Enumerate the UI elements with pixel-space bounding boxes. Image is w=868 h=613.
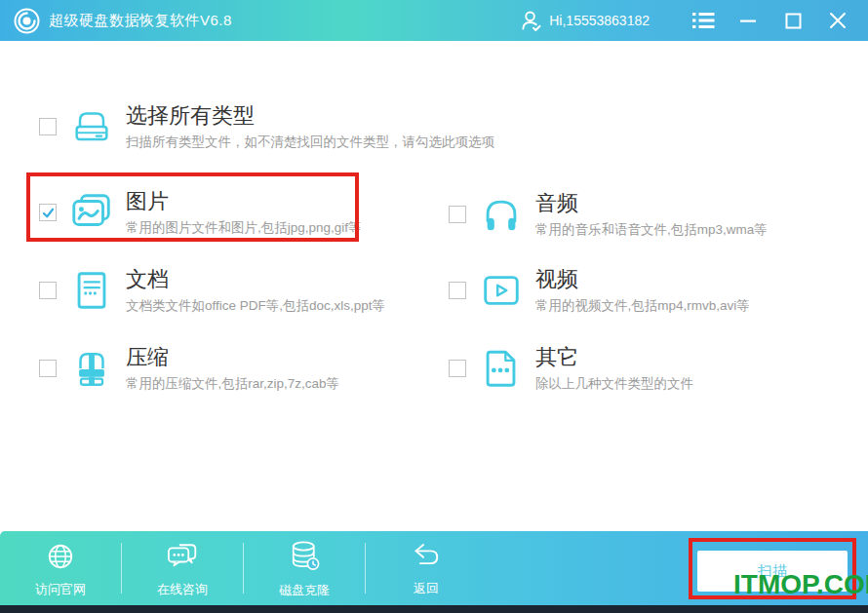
type-subtitle-all: 扫描所有类型文件，如不清楚找回的文件类型，请勾选此项选项 bbox=[126, 134, 494, 151]
toolbar-item-support[interactable]: 在线咨询 bbox=[122, 531, 243, 605]
type-title-image: 图片 bbox=[126, 189, 362, 214]
toolbar-group: 访问官网 在线咨询 bbox=[0, 531, 487, 605]
app-title: 超级硬盘数据恢复软件V6.8 bbox=[49, 12, 232, 30]
type-subtitle-archive: 常用的压缩文件,包括rar,zip,7z,cab等 bbox=[126, 375, 339, 393]
user-account[interactable]: Hi,15553863182 bbox=[521, 10, 650, 32]
chat-icon bbox=[164, 539, 201, 574]
back-arrow-icon bbox=[409, 540, 444, 573]
type-title-other: 其它 bbox=[535, 345, 693, 370]
toolbar-item-website[interactable]: 访问官网 bbox=[0, 531, 121, 605]
type-row-audio[interactable]: 音频 常用的音乐和语音文件,包括mp3,wma等 bbox=[449, 187, 768, 242]
type-title-audio: 音频 bbox=[535, 191, 768, 216]
toolbar-label-back: 返回 bbox=[414, 580, 439, 597]
maximize-button[interactable] bbox=[776, 6, 809, 35]
type-row-other[interactable]: 其它 除以上几种文件类型的文件 bbox=[449, 341, 693, 396]
user-greeting: Hi,15553863182 bbox=[549, 13, 650, 28]
minimize-button[interactable] bbox=[731, 6, 765, 35]
maximize-icon bbox=[785, 13, 802, 29]
headphones-icon bbox=[479, 192, 524, 237]
hard-drive-icon bbox=[69, 104, 114, 149]
app-window: 超级硬盘数据恢复软件V6.8 Hi,15553863182 bbox=[0, 0, 868, 613]
type-row-video[interactable]: 视频 常用的视频文件,包括mp4,rmvb,avi等 bbox=[449, 263, 750, 318]
bottom-dark-strip bbox=[0, 605, 868, 613]
minimize-icon bbox=[739, 12, 757, 29]
type-title-document: 文档 bbox=[126, 267, 385, 292]
title-bar: 超级硬盘数据恢复软件V6.8 Hi,15553863182 bbox=[0, 0, 868, 41]
app-logo-icon bbox=[14, 8, 40, 34]
type-row-archive[interactable]: 压缩 常用的压缩文件,包括rar,zip,7z,cab等 bbox=[39, 341, 339, 396]
checkbox-archive[interactable] bbox=[39, 360, 57, 377]
user-icon bbox=[521, 10, 541, 32]
toolbar-label-website: 访问官网 bbox=[35, 581, 86, 598]
type-row-all[interactable]: 选择所有类型 扫描所有类型文件，如不清楚找回的文件类型，请勾选此项选项 bbox=[39, 99, 494, 154]
checkbox-image[interactable] bbox=[39, 204, 57, 221]
close-button[interactable] bbox=[821, 6, 854, 35]
archive-icon bbox=[69, 346, 114, 391]
checkbox-audio[interactable] bbox=[449, 206, 466, 223]
toolbar-item-back[interactable]: 返回 bbox=[366, 531, 487, 605]
type-subtitle-audio: 常用的音乐和语音文件,包括mp3,wma等 bbox=[535, 221, 768, 239]
menu-list-icon bbox=[692, 12, 715, 29]
disk-clone-icon bbox=[287, 538, 322, 575]
checkbox-document[interactable] bbox=[39, 282, 57, 299]
type-subtitle-image: 常用的图片文件和图片,包括jpg,png,gif等 bbox=[126, 219, 362, 237]
file-type-panel: 选择所有类型 扫描所有类型文件，如不清楚找回的文件类型，请勾选此项选项 图片 常… bbox=[0, 41, 868, 531]
type-row-image[interactable]: 图片 常用的图片文件和图片,包括jpg,png,gif等 bbox=[39, 185, 362, 240]
toolbar-label-support: 在线咨询 bbox=[157, 581, 208, 598]
globe-icon bbox=[43, 539, 78, 574]
type-subtitle-video: 常用的视频文件,包括mp4,rmvb,avi等 bbox=[535, 297, 750, 315]
toolbar-label-disk-clone: 磁盘克隆 bbox=[279, 582, 330, 599]
type-title-archive: 压缩 bbox=[126, 345, 339, 370]
type-title-all: 选择所有类型 bbox=[126, 103, 494, 129]
watermark-text: ITMOP.COM bbox=[733, 570, 868, 599]
type-row-document[interactable]: 文档 文档类文件如office PDF等,包括doc,xls,ppt等 bbox=[39, 263, 385, 318]
document-icon bbox=[69, 268, 114, 313]
type-title-video: 视频 bbox=[535, 267, 750, 292]
checkbox-other[interactable] bbox=[449, 360, 466, 377]
menu-list-button[interactable] bbox=[687, 6, 720, 35]
close-icon bbox=[829, 12, 847, 29]
video-icon bbox=[479, 268, 524, 313]
toolbar-item-disk-clone[interactable]: 磁盘克隆 bbox=[244, 531, 365, 605]
checkbox-video[interactable] bbox=[449, 282, 466, 299]
checkbox-all[interactable] bbox=[39, 118, 57, 135]
file-dots-icon bbox=[479, 346, 524, 391]
type-subtitle-document: 文档类文件如office PDF等,包括doc,xls,ppt等 bbox=[126, 297, 385, 315]
image-icon bbox=[69, 190, 114, 235]
type-subtitle-other: 除以上几种文件类型的文件 bbox=[535, 375, 693, 393]
